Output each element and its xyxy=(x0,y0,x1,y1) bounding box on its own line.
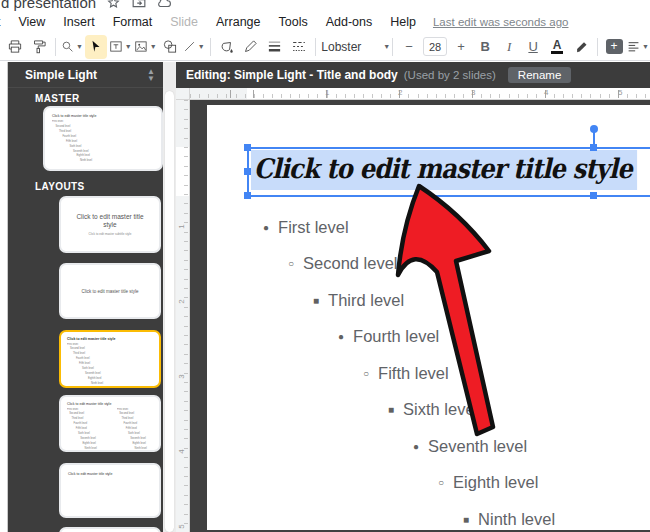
bullet-text: Sixth level xyxy=(403,400,478,419)
bullet-glyph: ● xyxy=(263,222,269,233)
master-sidebar: Simple Light ▲▼ MASTER Click to edit mas… xyxy=(8,62,163,532)
ruler-number: 2 xyxy=(177,299,186,303)
select-icon[interactable] xyxy=(85,35,107,59)
border-dash-icon[interactable] xyxy=(288,35,310,59)
ruler-number: 1 xyxy=(177,224,186,228)
comment-icon[interactable]: + xyxy=(603,35,625,59)
bullet-row[interactable]: ■Ninth level xyxy=(463,509,555,529)
window-left-edge xyxy=(0,62,8,532)
image-icon[interactable]: ▼ xyxy=(134,35,157,59)
menu-addons[interactable]: Add-ons xyxy=(317,12,382,32)
border-color-icon[interactable] xyxy=(240,35,262,59)
font-size-input[interactable]: 28 xyxy=(423,37,447,56)
menu-insert[interactable]: Insert xyxy=(54,12,103,32)
line-icon[interactable]: ▼ xyxy=(183,35,205,59)
selection-handle-top-mid[interactable] xyxy=(590,144,597,151)
font-size-increase-button[interactable]: + xyxy=(450,35,472,59)
text-box-icon[interactable]: ▼ xyxy=(109,35,132,59)
menu-slide[interactable]: Slide xyxy=(161,12,207,32)
thumb-title: Click to edit master title style xyxy=(81,289,138,294)
print-icon[interactable] xyxy=(4,35,26,59)
bullet-text: Fourth level xyxy=(353,327,439,346)
font-family-select[interactable]: Lobster ▼ xyxy=(320,35,387,59)
bullet-row[interactable]: ●First level xyxy=(263,217,349,237)
bullet-glyph: ○ xyxy=(363,368,369,379)
layout-thumbnail-title-body[interactable]: Click to edit master title style First l… xyxy=(59,330,161,388)
bullet-text: Third level xyxy=(328,291,404,310)
text-color-icon[interactable]: A xyxy=(546,35,568,59)
reorder-icon[interactable]: ▲▼ xyxy=(147,68,155,82)
master-section-label: MASTER xyxy=(35,93,80,104)
document-title[interactable]: d presentation xyxy=(0,0,96,11)
bullet-glyph: ○ xyxy=(288,258,294,269)
thumb-line: Ninth level xyxy=(135,447,159,450)
ruler-number: 4 xyxy=(544,88,548,97)
cloud-saved-icon[interactable] xyxy=(156,0,171,10)
bullet-row[interactable]: ■Third level xyxy=(313,290,404,310)
thumb-title: Click to edit master title style xyxy=(67,402,159,406)
menu-view[interactable]: View xyxy=(9,12,54,32)
star-icon[interactable] xyxy=(106,0,121,10)
bullet-glyph: ● xyxy=(338,331,344,342)
italic-button[interactable]: I xyxy=(498,35,520,59)
slide-canvas: Click to edit master title style ●First … xyxy=(190,100,650,532)
sidebar-scrollbar-thumb[interactable] xyxy=(165,91,174,532)
menu-tools[interactable]: Tools xyxy=(270,12,317,32)
menu-format[interactable]: Format xyxy=(104,12,162,32)
selection-handle-mid-left[interactable] xyxy=(244,168,251,175)
layout-thumbnail-two-column[interactable]: Click to edit master title style First l… xyxy=(59,395,161,452)
align-icon[interactable]: ▼ xyxy=(627,35,649,59)
rename-button[interactable]: Rename xyxy=(508,67,571,83)
underline-button[interactable]: U xyxy=(522,35,544,59)
border-weight-icon[interactable] xyxy=(264,35,286,59)
rotation-handle[interactable] xyxy=(590,125,598,133)
bullet-row[interactable]: ●Fourth level xyxy=(338,326,439,346)
toolbar: ▼ ▼ ▼ ▼ xyxy=(0,33,650,61)
bold-button[interactable]: B xyxy=(474,35,496,59)
menubar: t View Insert Format Slide Arrange Tools… xyxy=(0,11,569,32)
font-size-decrease-button[interactable]: − xyxy=(398,35,420,59)
ruler-number: 1 xyxy=(325,88,329,97)
bullet-row[interactable]: ○Fifth level xyxy=(363,363,449,383)
master-title-placeholder[interactable]: Click to edit master title style xyxy=(251,153,637,184)
master-thumbnail[interactable]: Click to edit master title style First l… xyxy=(43,106,163,171)
bullet-text: Seventh level xyxy=(428,437,527,456)
thumb-title: Click to edit master title style xyxy=(68,472,159,476)
vertical-ruler: 1 2 3 4 5 xyxy=(176,100,190,532)
bullet-row[interactable]: ○Eighth level xyxy=(438,472,538,492)
shape-icon[interactable] xyxy=(159,35,181,59)
thumb-title: Click to edit master title style xyxy=(52,114,161,118)
menu-help[interactable]: Help xyxy=(381,12,425,32)
slide-editing-surface[interactable]: Click to edit master title style ●First … xyxy=(207,105,650,530)
ruler-number: 4 xyxy=(177,449,186,453)
zoom-icon[interactable]: ▼ xyxy=(61,35,83,59)
layout-thumbnail-partial[interactable] xyxy=(59,527,161,532)
fill-color-icon[interactable] xyxy=(216,35,238,59)
google-slides-master-editor: d presentation t View Insert Format Slid… xyxy=(0,0,650,532)
menu-partial[interactable]: t xyxy=(0,12,9,32)
selection-handle-top-left[interactable] xyxy=(244,144,251,151)
layouts-section-label: LAYOUTS xyxy=(35,181,85,192)
menu-arrange[interactable]: Arrange xyxy=(207,12,269,32)
selection-handle-bottom-mid[interactable] xyxy=(590,192,597,199)
thumb-line: Ninth level xyxy=(80,159,161,164)
bullet-row[interactable]: ●Seventh level xyxy=(413,436,527,456)
last-edit-link[interactable]: Last edit was seconds ago xyxy=(433,16,569,28)
bullet-row[interactable]: ○Second level xyxy=(288,253,398,273)
bullet-row[interactable]: ■Sixth level xyxy=(388,399,478,419)
layout-thumbnail-title-only[interactable]: Click to edit master title style xyxy=(59,463,161,518)
move-folder-icon[interactable] xyxy=(131,0,146,10)
theme-name: Simple Light xyxy=(25,68,147,82)
theme-header[interactable]: Simple Light ▲▼ xyxy=(8,62,163,88)
layout-thumbnail-section[interactable]: Click to edit master title style xyxy=(59,263,161,319)
ruler-number: 3 xyxy=(177,374,186,378)
highlight-color-icon[interactable] xyxy=(570,35,592,59)
bullet-glyph: ■ xyxy=(388,404,394,415)
paint-format-icon[interactable] xyxy=(28,35,50,59)
layout-thumbnail-title[interactable]: Click to edit master title style Click t… xyxy=(59,196,161,253)
master-title-text[interactable]: Click to edit master title style xyxy=(251,150,637,190)
bullet-text: Ninth level xyxy=(478,510,555,529)
selection-handle-bottom-left[interactable] xyxy=(244,192,251,199)
thumb-line: Ninth level xyxy=(85,447,109,450)
bullet-text: First level xyxy=(278,218,349,237)
